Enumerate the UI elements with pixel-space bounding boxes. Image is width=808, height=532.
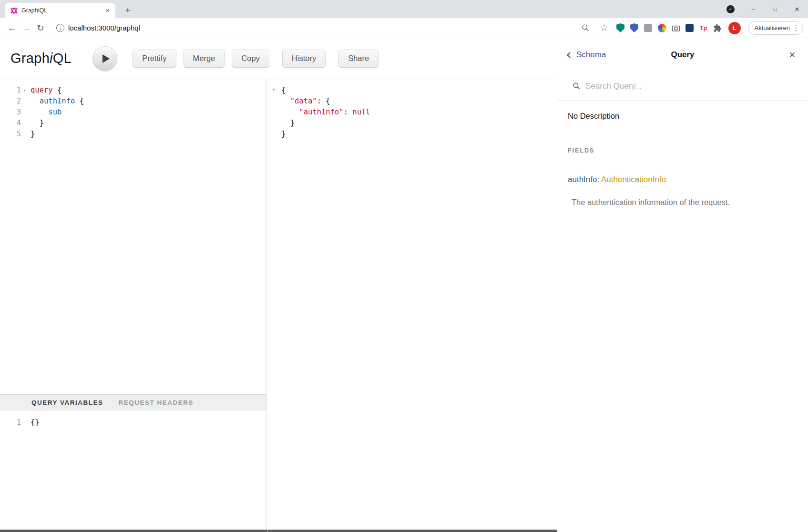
graphiql-topbar: GraphiQL Prettify Merge Copy History Sha… <box>0 38 557 79</box>
token-punctuation: } <box>281 130 286 138</box>
line-number: 5 <box>0 129 21 140</box>
extension-shield-blue-icon[interactable] <box>630 23 639 33</box>
graphql-favicon-icon <box>10 7 18 14</box>
docs-field-description: The authentication information of the re… <box>572 198 798 207</box>
back-button[interactable]: ← <box>5 21 19 35</box>
update-button-label: Aktualisieren <box>755 24 790 31</box>
docs-field-type-link[interactable]: AuthenticationInfo <box>601 175 666 184</box>
window-close-button[interactable]: ✕ <box>786 0 808 18</box>
browser-menu-icon[interactable]: ⋮ <box>791 22 801 34</box>
line-number: 3 <box>0 107 21 118</box>
window-controls: ✓ – □ ✕ <box>726 0 808 18</box>
token-field: authInfo <box>40 97 75 105</box>
fold-arrow-icon[interactable]: ▾ <box>273 87 275 92</box>
workspace: 1 ▾ query { 2 authInfo { 3 sub 4 } 5 <box>0 79 557 532</box>
tab-close-icon[interactable]: ✕ <box>103 7 112 15</box>
play-icon <box>102 54 110 63</box>
status-badge-icon[interactable]: ✓ <box>726 5 735 13</box>
graphiql-logo: GraphiQL <box>10 51 72 66</box>
result-line: "data": { <box>267 96 557 107</box>
new-tab-button[interactable]: + <box>121 4 134 17</box>
variables-line: 1 {} <box>0 417 266 428</box>
result-line: } <box>267 118 557 129</box>
prettify-button[interactable]: Prettify <box>133 50 176 68</box>
token-punctuation: } <box>31 119 44 127</box>
docs-field-name-link[interactable]: authInfo <box>568 175 597 184</box>
doc-explorer-panel: Schema Query ✕ No Description FIELDS aut… <box>557 38 808 532</box>
tab-query-variables[interactable]: QUERY VARIABLES <box>31 399 103 406</box>
token-keyword: query <box>31 86 53 94</box>
browser-toolbar: ← → ↻ i localhost:3000/graphql ☆ Tp <box>0 18 808 38</box>
address-bar[interactable]: i localhost:3000/graphql <box>48 20 579 36</box>
token-punctuation: { <box>53 86 62 94</box>
forward-button[interactable]: → <box>19 21 33 35</box>
result-line: { <box>267 85 557 96</box>
token-punctuation: } <box>281 119 295 127</box>
docs-search-input[interactable] <box>585 82 798 91</box>
profile-avatar[interactable]: L <box>728 22 741 34</box>
window-maximize-button[interactable]: □ <box>764 0 786 18</box>
token-punctuation: : { <box>317 97 330 105</box>
zoom-icon[interactable] <box>579 21 593 35</box>
token-punctuation: { <box>75 97 84 105</box>
tab-request-headers[interactable]: REQUEST HEADERS <box>119 399 194 406</box>
docs-close-icon[interactable]: ✕ <box>789 50 796 60</box>
chevron-left-icon <box>567 52 573 58</box>
doc-explorer-header: Schema Query ✕ <box>557 38 808 72</box>
extension-camera-icon[interactable] <box>671 23 681 33</box>
fold-arrow-icon[interactable]: ▾ <box>21 85 29 96</box>
docs-back-button[interactable]: Schema <box>568 50 606 60</box>
token-json-key: "data" <box>290 97 317 105</box>
query-line: 2 authInfo { <box>0 96 266 107</box>
url-text: localhost:3000/graphql <box>68 24 140 32</box>
token-punctuation: { <box>281 86 286 94</box>
result-line: "authInfo": null <box>267 107 557 118</box>
token-punctuation: {} <box>31 418 40 427</box>
extension-gray-box-icon[interactable] <box>644 23 653 33</box>
variables-tabs: QUERY VARIABLES REQUEST HEADERS <box>0 394 266 410</box>
token-null-value: null <box>352 108 370 116</box>
extension-color-wheel-icon[interactable] <box>657 23 667 33</box>
execute-query-button[interactable] <box>92 46 117 71</box>
share-button[interactable]: Share <box>338 50 378 68</box>
history-button[interactable]: History <box>282 50 326 68</box>
docs-no-description: No Description <box>568 112 798 121</box>
query-editor-pane: 1 ▾ query { 2 authInfo { 3 sub 4 } 5 <box>0 79 267 532</box>
token-punctuation: : <box>344 108 353 116</box>
token-field: sub <box>48 108 61 116</box>
line-number: 4 <box>0 118 21 129</box>
site-info-icon[interactable]: i <box>56 24 64 32</box>
result-viewer: ▾ { "data": { "authInfo": null } } <box>267 79 557 532</box>
token-json-key: "authInfo" <box>299 108 343 116</box>
browser-update-button[interactable]: Aktualisieren ⋮ <box>748 21 803 35</box>
result-line: } <box>267 129 557 140</box>
extension-tp-icon[interactable]: Tp <box>699 23 708 33</box>
query-editor[interactable]: 1 ▾ query { 2 authInfo { 3 sub 4 } 5 <box>0 79 266 394</box>
line-number: 1 <box>0 85 21 96</box>
reload-button[interactable]: ↻ <box>33 21 48 35</box>
query-line: 1 ▾ query { <box>0 85 266 96</box>
docs-search-row <box>557 72 808 101</box>
variables-section: QUERY VARIABLES REQUEST HEADERS 1 {} <box>0 394 266 532</box>
extension-navy-box-icon[interactable] <box>685 23 695 33</box>
line-number: 2 <box>0 96 21 107</box>
extensions-puzzle-icon[interactable] <box>713 23 722 33</box>
line-number: 1 <box>0 417 21 428</box>
browser-tab[interactable]: GraphiQL ✕ <box>5 3 115 18</box>
docs-fields-heading: FIELDS <box>568 147 798 154</box>
query-line: 4 } <box>0 118 266 129</box>
copy-button[interactable]: Copy <box>232 50 269 68</box>
extension-shield-teal-icon[interactable] <box>616 23 625 33</box>
docs-content: No Description FIELDS authInfo: Authenti… <box>557 112 808 207</box>
result-horizontal-scrollbar[interactable] <box>267 530 557 532</box>
variables-editor[interactable]: 1 {} <box>0 410 266 532</box>
docs-field-separator: : <box>597 175 599 184</box>
docs-back-label: Schema <box>576 50 606 60</box>
query-line: 3 sub <box>0 107 266 118</box>
bookmark-star-icon[interactable]: ☆ <box>597 21 612 35</box>
tab-title: GraphiQL <box>21 7 103 14</box>
editor-horizontal-scrollbar[interactable] <box>0 530 267 532</box>
window-minimize-button[interactable]: – <box>742 0 764 18</box>
toolbar-right-icons: ☆ Tp L Aktualisieren ⋮ <box>579 21 803 35</box>
merge-button[interactable]: Merge <box>184 50 225 68</box>
